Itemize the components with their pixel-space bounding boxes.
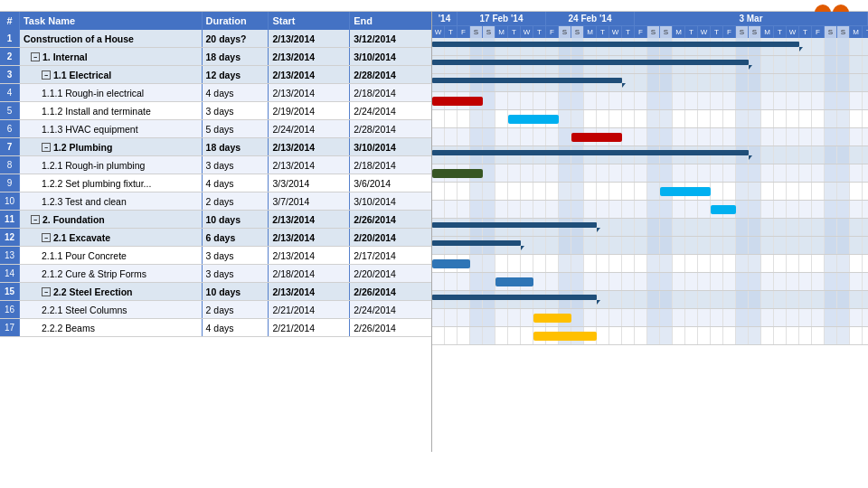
gantt-cell (698, 74, 711, 91)
gantt-cell (774, 128, 787, 145)
gantt-cell (723, 219, 736, 236)
row-num: 2 (0, 48, 20, 65)
gantt-cell (761, 327, 774, 344)
gantt-cell (521, 255, 533, 272)
gantt-row (432, 110, 868, 128)
gantt-cell (495, 110, 508, 127)
gantt-cell (736, 309, 749, 326)
gantt-cell (483, 128, 495, 145)
gantt-day-34: T (863, 26, 868, 38)
gantt-cell (774, 201, 787, 218)
gantt-cell (647, 183, 660, 200)
gantt-cell (546, 128, 559, 145)
gantt-cell (863, 291, 868, 308)
gantt-cell (749, 110, 761, 127)
gantt-cell (584, 273, 597, 290)
gantt-body (432, 38, 868, 345)
gantt-cell (774, 273, 787, 290)
gantt-cell (673, 327, 685, 344)
gantt-cell (483, 201, 495, 218)
gantt-cell (483, 273, 495, 290)
row-task: 1.2.2 Set plumbing fixtur... (20, 174, 203, 192)
gantt-cell (533, 92, 546, 109)
gantt-cell (774, 92, 787, 109)
gantt-cell (761, 183, 774, 200)
gantt-cell (761, 56, 774, 73)
col-header-num: # (0, 12, 20, 30)
gantt-cell (495, 327, 508, 344)
row-task: 1.1.1 Rough-in electrical (20, 84, 203, 101)
gantt-cell (850, 327, 863, 344)
table-row: 51.1.2 Install and terminate3 days2/19/2… (0, 102, 431, 120)
gantt-cell (685, 255, 698, 272)
gantt-cell (799, 237, 812, 254)
gantt-cell (647, 291, 660, 308)
gantt-cell (660, 219, 673, 236)
gantt-cell (647, 309, 660, 326)
gantt-day-17: S (647, 26, 660, 38)
gantt-cell (685, 273, 698, 290)
table-row: 1Construction of a House20 days?2/13/201… (0, 30, 431, 48)
gantt-day-23: F (723, 26, 736, 38)
row-start: 2/21/2014 (269, 301, 350, 318)
gantt-cell (837, 164, 850, 182)
gantt-bar (432, 169, 483, 178)
gantt-cell (799, 273, 812, 290)
gantt-cell (698, 273, 711, 290)
gantt-cell (749, 255, 761, 272)
gantt-cell (571, 237, 584, 254)
gantt-cell (584, 201, 597, 218)
gantt-cell (685, 201, 698, 218)
gantt-cell (559, 183, 571, 200)
gantt-cell (508, 92, 521, 109)
gantt-cell (546, 164, 559, 182)
row-num: 9 (0, 174, 20, 192)
gantt-cell (837, 255, 850, 272)
gantt-bar (432, 222, 597, 228)
gantt-cell (584, 309, 597, 326)
gantt-row (432, 327, 868, 345)
gantt-cell (837, 38, 850, 55)
gantt-cell (685, 327, 698, 344)
gantt-cell (483, 309, 495, 326)
gantt-row (432, 291, 868, 309)
gantt-cell (445, 273, 458, 290)
gantt-cell (673, 219, 685, 236)
gantt-cell (470, 183, 483, 200)
gantt-cell (622, 291, 635, 308)
gantt-cell (521, 201, 533, 218)
gantt-cell (458, 201, 470, 218)
gantt-cell (597, 255, 609, 272)
gantt-day-28: W (787, 26, 799, 38)
gantt-cell (736, 92, 749, 109)
gantt-cell (837, 327, 850, 344)
gantt-month-3: 24 Feb '14 (546, 12, 635, 25)
row-num: 4 (0, 84, 20, 101)
gantt-day-25: S (749, 26, 761, 38)
gantt-cell (495, 164, 508, 182)
gantt-cell (749, 74, 761, 91)
row-duration: 20 days? (203, 30, 269, 47)
table-row: 15−2.2 Steel Erection10 days2/13/20142/2… (0, 283, 431, 301)
gantt-cell (837, 219, 850, 236)
gantt-cell (571, 255, 584, 272)
row-duration: 5 days (203, 120, 269, 137)
gantt-cell (432, 273, 445, 290)
gantt-cell (445, 327, 458, 344)
gantt-cell (799, 56, 812, 73)
gantt-cell (508, 128, 521, 145)
row-start: 3/3/2014 (269, 174, 350, 192)
row-duration: 4 days (203, 174, 269, 192)
gantt-cell (812, 183, 825, 200)
gantt-day-29: T (799, 26, 812, 38)
gantt-cell (647, 110, 660, 127)
gantt-cell (837, 273, 850, 290)
gantt-cell (736, 74, 749, 91)
gantt-cell (432, 309, 445, 326)
table-row: 11−2. Foundation10 days2/13/20142/26/201… (0, 211, 431, 229)
gantt-cell (559, 164, 571, 182)
gantt-cell (533, 201, 546, 218)
table-section: # Task Name Duration Start End 1Construc… (0, 12, 432, 452)
gantt-cell (812, 309, 825, 326)
gantt-cell (787, 291, 799, 308)
